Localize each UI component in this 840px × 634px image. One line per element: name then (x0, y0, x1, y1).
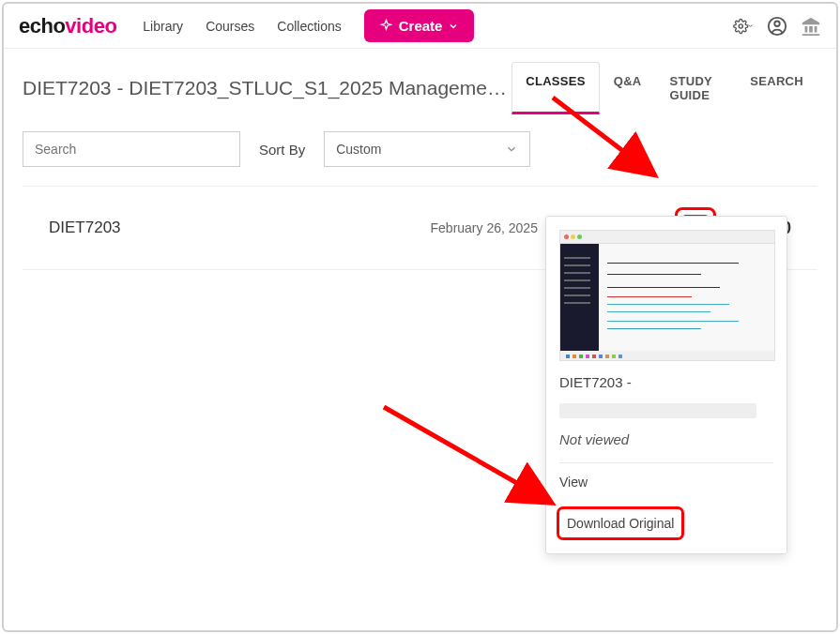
popover-title: DIET7203 - (546, 374, 787, 398)
institution-icon[interactable] (801, 16, 821, 37)
annotation-arrow-2 (374, 398, 572, 520)
sort-value: Custom (336, 142, 381, 157)
section-title: DIET7203 - DIET7203_STLUC_S1_2025 Manage… (23, 77, 512, 99)
video-thumbnail[interactable] (559, 230, 775, 361)
sparkle-icon (379, 19, 393, 33)
nav-collections[interactable]: Collections (277, 19, 341, 34)
popover-skeleton (559, 403, 756, 418)
logo[interactable]: echovideo (19, 14, 116, 38)
class-date: February 26, 2025 (431, 220, 538, 235)
tab-study-guide[interactable]: STUDY GUIDE (656, 62, 737, 114)
tab-search[interactable]: SEARCH (736, 62, 817, 114)
nav-links: Library Courses Collections (143, 19, 341, 34)
tabs: CLASSES Q&A STUDY GUIDE SEARCH (512, 62, 817, 114)
sort-select[interactable]: Custom (324, 131, 530, 167)
view-link[interactable]: View (546, 463, 787, 501)
controls-row: Sort By Custom (4, 114, 836, 186)
nav-courses[interactable]: Courses (206, 19, 254, 34)
settings-icon[interactable] (733, 16, 754, 37)
svg-point-2 (774, 21, 780, 26)
tab-qa[interactable]: Q&A (600, 62, 656, 114)
download-original-link[interactable]: Download Original (557, 506, 684, 540)
sort-label: Sort By (259, 142, 305, 158)
tab-classes[interactable]: CLASSES (512, 62, 600, 114)
account-icon[interactable] (767, 16, 787, 37)
nav-library[interactable]: Library (143, 19, 183, 34)
top-icons (733, 16, 821, 37)
create-label: Create (399, 18, 443, 34)
title-row: DIET7203 - DIET7203_STLUC_S1_2025 Manage… (4, 49, 836, 114)
chevron-down-icon (448, 21, 459, 32)
logo-video: video (65, 14, 116, 38)
media-popover: DIET7203 - Not viewed View Download Orig… (545, 216, 787, 554)
search-input[interactable] (23, 131, 240, 167)
top-bar: echovideo Library Courses Collections Cr… (4, 4, 836, 49)
svg-line-10 (384, 407, 548, 501)
logo-echo: echo (19, 14, 65, 38)
svg-point-0 (739, 23, 742, 27)
chevron-down-icon (505, 143, 518, 156)
class-name: DIET7203 (49, 219, 431, 237)
popover-status: Not viewed (546, 431, 787, 462)
create-button[interactable]: Create (364, 9, 475, 42)
